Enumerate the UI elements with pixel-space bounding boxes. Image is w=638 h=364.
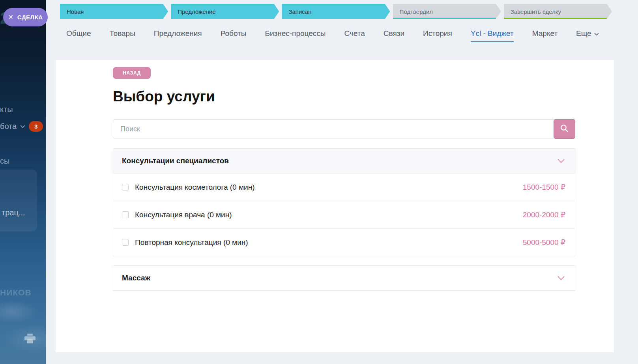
- counter-badge: 3: [29, 121, 43, 132]
- group-title: Консультации специалистов: [122, 157, 229, 165]
- service-name: Консультация врача (0 мин): [135, 211, 232, 219]
- tab-label: Предложения: [154, 29, 202, 38]
- sidebar: 24 кты бота 3 сы трац... НИКОВ: [0, 0, 46, 364]
- tab-label: Маркет: [532, 29, 558, 38]
- group-header-massage[interactable]: Массаж: [113, 266, 575, 290]
- sidebar-promo-panel[interactable]: трац...: [0, 170, 37, 231]
- tab-label: Связи: [384, 29, 404, 38]
- chevron-down-icon: [558, 159, 565, 163]
- close-icon[interactable]: ✕: [8, 14, 13, 21]
- stage-label: Новая: [67, 8, 84, 15]
- deal-ribbon[interactable]: ✕ СДЕЛКА: [3, 8, 48, 26]
- tab-general[interactable]: Общие: [66, 29, 91, 42]
- tab-robots[interactable]: Роботы: [221, 29, 247, 42]
- service-row: Консультация врача (0 мин) 2000-2000 ₽: [113, 201, 575, 228]
- service-checkbox[interactable]: [122, 184, 129, 190]
- tab-label: Счета: [344, 29, 365, 38]
- service-price: 5000-5000 ₽: [523, 238, 565, 247]
- chevron-down-icon: [20, 125, 25, 128]
- service-checkbox[interactable]: [122, 239, 129, 246]
- search-row: [113, 119, 575, 139]
- print-button[interactable]: [24, 334, 36, 345]
- tab-ycl-widget[interactable]: Ycl - Виджет: [471, 29, 514, 42]
- tab-history[interactable]: История: [423, 29, 452, 42]
- tab-label: История: [423, 29, 452, 38]
- tab-invoices[interactable]: Счета: [344, 29, 365, 42]
- stage-label: Завершить сделку: [511, 8, 561, 15]
- tab-label: Еще: [576, 29, 591, 38]
- sidebar-item-work-partial[interactable]: бота 3: [0, 121, 43, 132]
- group-title: Массаж: [122, 274, 150, 282]
- main-area: Новая Предложение Записан Подтвердил Зав…: [46, 0, 638, 364]
- service-row: Повторная консультация (0 мин) 5000-5000…: [113, 228, 575, 256]
- chevron-down-icon: [558, 276, 565, 280]
- tab-quotes[interactable]: Предложения: [154, 29, 202, 42]
- sidebar-item-label: бота: [0, 122, 17, 131]
- service-name: Повторная консультация (0 мин): [135, 238, 248, 247]
- stage-label: Подтвердил: [400, 8, 433, 15]
- tab-label: Роботы: [221, 29, 247, 38]
- search-button[interactable]: [554, 119, 575, 139]
- tab-more[interactable]: Еще: [576, 29, 599, 42]
- sidebar-item-contacts-partial[interactable]: кты: [0, 105, 13, 114]
- stage-confirmed[interactable]: Подтвердил: [393, 4, 501, 19]
- stage-booked[interactable]: Записан: [282, 4, 390, 19]
- tab-products[interactable]: Товары: [109, 29, 135, 42]
- service-price: 1500-1500 ₽: [523, 183, 565, 192]
- deal-tabs: Общие Товары Предложения Роботы Бизнес-п…: [66, 29, 638, 47]
- sidebar-item-processes-partial[interactable]: сы: [0, 157, 9, 166]
- printer-icon: [24, 339, 36, 345]
- tab-label: Бизнес-процессы: [265, 29, 326, 38]
- back-button[interactable]: НАЗАД: [113, 67, 151, 79]
- tab-label: Ycl - Виджет: [471, 29, 514, 38]
- sidebar-panel-label: трац...: [2, 208, 25, 217]
- tab-market[interactable]: Маркет: [532, 29, 558, 42]
- tab-label: Товары: [109, 29, 135, 38]
- tab-label: Общие: [66, 29, 91, 38]
- stage-label: Записан: [288, 8, 311, 15]
- sidebar-watermark-text: НИКОВ: [0, 288, 32, 297]
- deal-stage-bar: Новая Предложение Записан Подтвердил Зав…: [60, 4, 612, 19]
- tab-business-processes[interactable]: Бизнес-процессы: [265, 29, 326, 42]
- page-title: Выбор услуги: [113, 88, 575, 105]
- service-checkbox[interactable]: [122, 211, 129, 218]
- chevron-down-icon: [594, 33, 599, 35]
- service-name: Консультация косметолога (0 мин): [135, 183, 254, 192]
- tab-connections[interactable]: Связи: [384, 29, 404, 42]
- service-group-consultations: Консультации специалистов Консультация к…: [113, 148, 575, 256]
- group-header-consultations[interactable]: Консультации специалистов: [113, 149, 575, 173]
- stage-new[interactable]: Новая: [60, 4, 168, 19]
- service-price: 2000-2000 ₽: [523, 210, 565, 219]
- service-row: Консультация косметолога (0 мин) 1500-15…: [113, 173, 575, 201]
- widget-card: НАЗАД Выбор услуги Консультации специал: [56, 60, 614, 352]
- stage-finish-deal[interactable]: Завершить сделку: [504, 4, 612, 19]
- search-icon: [560, 124, 569, 134]
- deal-ribbon-label: СДЕЛКА: [17, 14, 43, 21]
- stage-offer[interactable]: Предложение: [171, 4, 279, 19]
- service-group-massage: Массаж: [113, 265, 575, 291]
- search-input[interactable]: [113, 119, 555, 138]
- stage-label: Предложение: [178, 8, 215, 15]
